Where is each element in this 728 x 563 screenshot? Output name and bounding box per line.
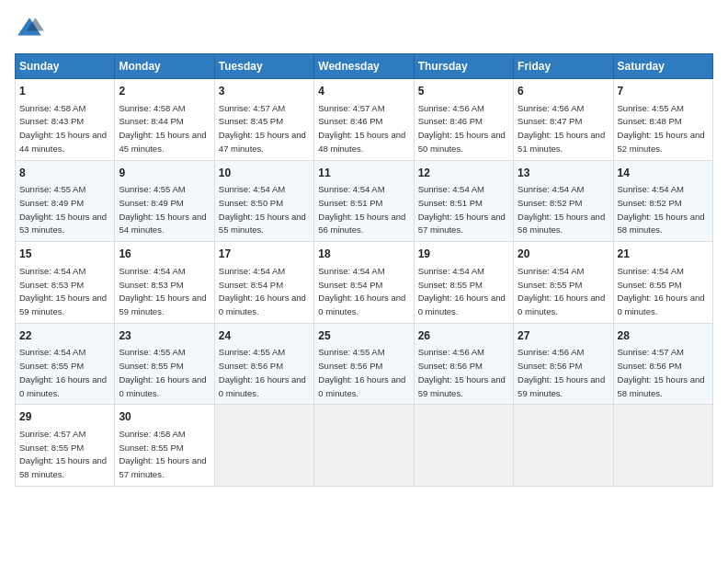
header-wednesday: Wednesday (314, 54, 414, 79)
logo (15, 15, 48, 44)
calendar-cell: 24Sunrise: 4:55 AMSunset: 8:56 PMDayligh… (214, 323, 313, 405)
day-info: Sunrise: 4:54 AMSunset: 8:53 PMDaylight:… (119, 266, 206, 316)
day-number: 11 (318, 166, 409, 181)
day-number: 12 (418, 166, 509, 181)
calendar-cell: 21Sunrise: 4:54 AMSunset: 8:55 PMDayligh… (613, 242, 712, 324)
calendar-cell: 4Sunrise: 4:57 AMSunset: 8:46 PMDaylight… (314, 79, 414, 161)
day-number: 19 (418, 247, 509, 262)
calendar-cell: 1Sunrise: 4:58 AMSunset: 8:43 PMDaylight… (16, 79, 115, 161)
calendar-week-row: 8Sunrise: 4:55 AMSunset: 8:49 PMDaylight… (16, 160, 713, 242)
calendar-cell: 6Sunrise: 4:56 AMSunset: 8:47 PMDaylight… (514, 79, 613, 161)
day-info: Sunrise: 4:54 AMSunset: 8:55 PMDaylight:… (418, 266, 506, 316)
logo-icon (15, 15, 44, 44)
day-number: 25 (318, 328, 409, 344)
day-info: Sunrise: 4:54 AMSunset: 8:55 PMDaylight:… (19, 347, 107, 397)
day-number: 7 (618, 84, 709, 99)
calendar-table: SundayMondayTuesdayWednesdayThursdayFrid… (15, 53, 713, 487)
day-info: Sunrise: 4:55 AMSunset: 8:48 PMDaylight:… (618, 103, 705, 154)
day-info: Sunrise: 4:58 AMSunset: 8:55 PMDaylight:… (119, 429, 206, 479)
calendar-cell (314, 405, 414, 487)
calendar-week-row: 22Sunrise: 4:54 AMSunset: 8:55 PMDayligh… (16, 323, 713, 405)
day-info: Sunrise: 4:54 AMSunset: 8:50 PMDaylight:… (219, 184, 306, 235)
day-info: Sunrise: 4:58 AMSunset: 8:44 PMDaylight:… (119, 103, 206, 154)
header-saturday: Saturday (613, 54, 712, 79)
day-number: 24 (219, 328, 310, 344)
calendar-cell: 23Sunrise: 4:55 AMSunset: 8:55 PMDayligh… (115, 323, 214, 405)
calendar-cell (613, 405, 712, 487)
calendar-cell: 17Sunrise: 4:54 AMSunset: 8:54 PMDayligh… (214, 242, 313, 324)
page-header (15, 15, 713, 44)
calendar-cell: 13Sunrise: 4:54 AMSunset: 8:52 PMDayligh… (514, 160, 613, 242)
calendar-cell: 29Sunrise: 4:57 AMSunset: 8:55 PMDayligh… (16, 405, 115, 487)
calendar-cell: 27Sunrise: 4:56 AMSunset: 8:56 PMDayligh… (514, 323, 613, 405)
day-number: 27 (518, 328, 609, 344)
day-info: Sunrise: 4:55 AMSunset: 8:49 PMDaylight:… (119, 184, 206, 235)
header-sunday: Sunday (16, 54, 115, 79)
calendar-cell: 15Sunrise: 4:54 AMSunset: 8:53 PMDayligh… (16, 242, 115, 324)
day-number: 22 (19, 328, 110, 344)
day-number: 20 (518, 247, 609, 262)
day-info: Sunrise: 4:54 AMSunset: 8:55 PMDaylight:… (518, 266, 605, 316)
calendar-header-row: SundayMondayTuesdayWednesdayThursdayFrid… (16, 54, 713, 79)
day-info: Sunrise: 4:55 AMSunset: 8:55 PMDaylight:… (119, 347, 206, 397)
day-info: Sunrise: 4:54 AMSunset: 8:54 PMDaylight:… (219, 266, 306, 316)
day-number: 3 (219, 84, 310, 99)
day-info: Sunrise: 4:56 AMSunset: 8:56 PMDaylight:… (518, 347, 605, 397)
calendar-week-row: 1Sunrise: 4:58 AMSunset: 8:43 PMDaylight… (16, 79, 713, 161)
day-number: 29 (19, 409, 110, 425)
day-number: 15 (19, 247, 110, 262)
calendar-cell: 5Sunrise: 4:56 AMSunset: 8:46 PMDaylight… (414, 79, 513, 161)
calendar-cell: 25Sunrise: 4:55 AMSunset: 8:56 PMDayligh… (314, 323, 414, 405)
day-number: 6 (518, 84, 609, 99)
header-friday: Friday (514, 54, 613, 79)
calendar-cell: 14Sunrise: 4:54 AMSunset: 8:52 PMDayligh… (613, 160, 712, 242)
calendar-week-row: 15Sunrise: 4:54 AMSunset: 8:53 PMDayligh… (16, 242, 713, 324)
day-number: 5 (418, 84, 509, 99)
calendar-cell: 26Sunrise: 4:56 AMSunset: 8:56 PMDayligh… (414, 323, 513, 405)
header-thursday: Thursday (414, 54, 513, 79)
calendar-cell (214, 405, 313, 487)
calendar-cell (514, 405, 613, 487)
calendar-cell: 3Sunrise: 4:57 AMSunset: 8:45 PMDaylight… (214, 79, 313, 161)
day-number: 4 (318, 84, 409, 99)
day-number: 23 (119, 328, 210, 344)
day-number: 26 (418, 328, 509, 344)
day-info: Sunrise: 4:57 AMSunset: 8:46 PMDaylight:… (318, 103, 405, 154)
day-info: Sunrise: 4:55 AMSunset: 8:56 PMDaylight:… (219, 347, 306, 397)
calendar-cell: 8Sunrise: 4:55 AMSunset: 8:49 PMDaylight… (16, 160, 115, 242)
day-info: Sunrise: 4:54 AMSunset: 8:54 PMDaylight:… (318, 266, 405, 316)
day-number: 17 (219, 247, 310, 262)
day-info: Sunrise: 4:54 AMSunset: 8:55 PMDaylight:… (618, 266, 705, 316)
calendar-cell: 2Sunrise: 4:58 AMSunset: 8:44 PMDaylight… (115, 79, 214, 161)
calendar-cell: 7Sunrise: 4:55 AMSunset: 8:48 PMDaylight… (613, 79, 712, 161)
day-info: Sunrise: 4:54 AMSunset: 8:51 PMDaylight:… (418, 184, 506, 235)
header-tuesday: Tuesday (214, 54, 313, 79)
day-number: 21 (618, 247, 709, 262)
day-info: Sunrise: 4:54 AMSunset: 8:51 PMDaylight:… (318, 184, 405, 235)
day-number: 18 (318, 247, 409, 262)
day-info: Sunrise: 4:58 AMSunset: 8:43 PMDaylight:… (19, 103, 107, 154)
calendar-cell (414, 405, 513, 487)
calendar-cell: 28Sunrise: 4:57 AMSunset: 8:56 PMDayligh… (613, 323, 712, 405)
day-number: 13 (518, 166, 609, 181)
day-info: Sunrise: 4:54 AMSunset: 8:52 PMDaylight:… (618, 184, 705, 235)
day-info: Sunrise: 4:57 AMSunset: 8:45 PMDaylight:… (219, 103, 306, 154)
calendar-cell: 9Sunrise: 4:55 AMSunset: 8:49 PMDaylight… (115, 160, 214, 242)
day-info: Sunrise: 4:54 AMSunset: 8:52 PMDaylight:… (518, 184, 605, 235)
calendar-cell: 19Sunrise: 4:54 AMSunset: 8:55 PMDayligh… (414, 242, 513, 324)
calendar-cell: 11Sunrise: 4:54 AMSunset: 8:51 PMDayligh… (314, 160, 414, 242)
calendar-cell: 10Sunrise: 4:54 AMSunset: 8:50 PMDayligh… (214, 160, 313, 242)
day-number: 16 (119, 247, 210, 262)
day-info: Sunrise: 4:56 AMSunset: 8:47 PMDaylight:… (518, 103, 605, 154)
day-number: 28 (618, 328, 709, 344)
calendar-cell: 18Sunrise: 4:54 AMSunset: 8:54 PMDayligh… (314, 242, 414, 324)
day-info: Sunrise: 4:56 AMSunset: 8:56 PMDaylight:… (418, 347, 506, 397)
day-info: Sunrise: 4:56 AMSunset: 8:46 PMDaylight:… (418, 103, 506, 154)
day-number: 10 (219, 166, 310, 181)
calendar-cell: 30Sunrise: 4:58 AMSunset: 8:55 PMDayligh… (115, 405, 214, 487)
day-number: 14 (618, 166, 709, 181)
calendar-cell: 22Sunrise: 4:54 AMSunset: 8:55 PMDayligh… (16, 323, 115, 405)
day-number: 2 (119, 84, 210, 99)
calendar-cell: 12Sunrise: 4:54 AMSunset: 8:51 PMDayligh… (414, 160, 513, 242)
day-number: 9 (119, 166, 210, 181)
